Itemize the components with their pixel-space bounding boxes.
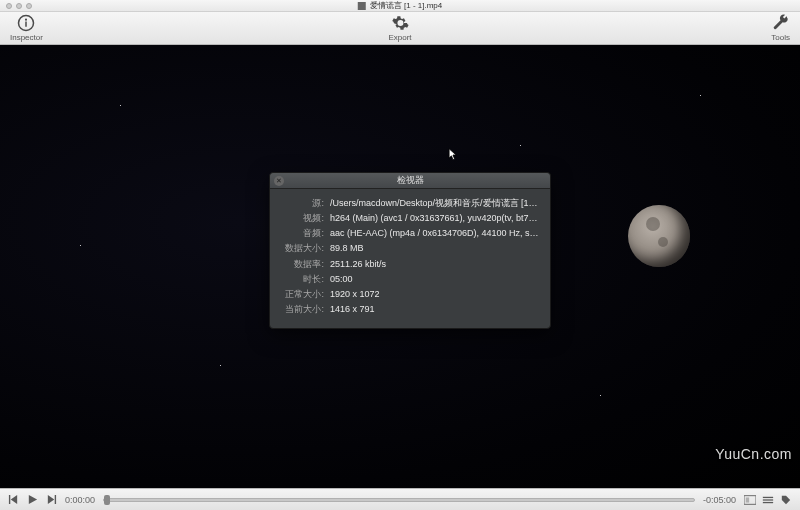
prev-button[interactable] (8, 494, 19, 505)
inspector-row: 源:/Users/macdown/Desktop/视频和音乐/爱情谎言 [1 -… (280, 197, 540, 209)
video-viewport[interactable]: ✕ 检视器 源:/Users/macdown/Desktop/视频和音乐/爱情谎… (0, 45, 800, 488)
inspector-value: aac (HE-AAC) (mp4a / 0x6134706D), 44100 … (330, 227, 540, 239)
export-button[interactable]: Export (388, 14, 411, 42)
inspector-value: 1920 x 1072 (330, 288, 540, 300)
inspector-label: 当前大小: (280, 303, 324, 315)
inspector-label: 视频: (280, 212, 324, 224)
wrench-icon (772, 14, 790, 32)
svg-rect-2 (26, 22, 28, 27)
inspector-close-button[interactable]: ✕ (274, 176, 284, 186)
remaining-time: -0:05:00 (703, 495, 736, 505)
traffic-lights (6, 3, 32, 9)
inspector-panel: ✕ 检视器 源:/Users/macdown/Desktop/视频和音乐/爱情谎… (269, 172, 551, 329)
close-window-button[interactable] (6, 3, 12, 9)
list-button[interactable] (762, 495, 774, 505)
main-toolbar: Inspector Export Tools (0, 12, 800, 45)
star (220, 365, 221, 366)
inspector-body: 源:/Users/macdown/Desktop/视频和音乐/爱情谎言 [1 -… (270, 189, 550, 328)
playback-bar: 0:00:00 -0:05:00 (0, 488, 800, 510)
zoom-window-button[interactable] (26, 3, 32, 9)
minimize-window-button[interactable] (16, 3, 22, 9)
inspector-label: 正常大小: (280, 288, 324, 300)
seek-thumb[interactable] (104, 495, 110, 505)
next-button[interactable] (46, 494, 57, 505)
moon-graphic (628, 205, 690, 267)
inspector-button[interactable]: Inspector (10, 14, 43, 42)
mouse-cursor-icon (448, 148, 458, 162)
gear-icon (391, 14, 409, 32)
window-title: 爱情谎言 [1 - 1].mp4 (358, 0, 442, 11)
inspector-row: 视频:h264 (Main) (avc1 / 0x31637661), yuv4… (280, 212, 540, 224)
inspector-value: 1416 x 791 (330, 303, 540, 315)
inspector-label: 数据大小: (280, 242, 324, 254)
tools-button[interactable]: Tools (771, 14, 790, 42)
window-title-text: 爱情谎言 [1 - 1].mp4 (370, 0, 442, 11)
star (600, 395, 601, 396)
play-button[interactable] (27, 494, 38, 505)
inspector-row: 音频:aac (HE-AAC) (mp4a / 0x6134706D), 441… (280, 227, 540, 239)
inspector-value: 2511.26 kbit/s (330, 258, 540, 270)
inspector-header[interactable]: ✕ 检视器 (270, 173, 550, 189)
inspector-label: 数据率: (280, 258, 324, 270)
inspector-row: 数据率:2511.26 kbit/s (280, 258, 540, 270)
star (120, 105, 121, 106)
window-titlebar: 爱情谎言 [1 - 1].mp4 (0, 0, 800, 12)
tools-label: Tools (771, 33, 790, 42)
watermark-text: YuuCn.com (715, 446, 792, 462)
inspector-label: 时长: (280, 273, 324, 285)
tag-button[interactable] (780, 495, 792, 505)
inspector-value: 89.8 MB (330, 242, 540, 254)
star (700, 95, 701, 96)
inspector-value: 05:00 (330, 273, 540, 285)
document-icon (358, 2, 366, 10)
inspector-value: h264 (Main) (avc1 / 0x31637661), yuv420p… (330, 212, 540, 224)
inspector-row: 当前大小:1416 x 791 (280, 303, 540, 315)
svg-rect-4 (746, 497, 749, 502)
export-label: Export (388, 33, 411, 42)
inspector-row: 时长:05:00 (280, 273, 540, 285)
seek-slider[interactable] (103, 498, 695, 502)
current-time: 0:00:00 (65, 495, 95, 505)
inspector-label: 源: (280, 197, 324, 209)
svg-point-1 (25, 19, 27, 21)
inspector-title: 检视器 (397, 174, 424, 187)
info-icon (17, 14, 35, 32)
star (80, 245, 81, 246)
inspector-label: Inspector (10, 33, 43, 42)
inspector-value: /Users/macdown/Desktop/视频和音乐/爱情谎言 [1 - 1… (330, 197, 540, 209)
inspector-label: 音频: (280, 227, 324, 239)
inspector-row: 正常大小:1920 x 1072 (280, 288, 540, 300)
star (520, 145, 521, 146)
inspector-row: 数据大小:89.8 MB (280, 242, 540, 254)
chapter-button[interactable] (744, 495, 756, 505)
